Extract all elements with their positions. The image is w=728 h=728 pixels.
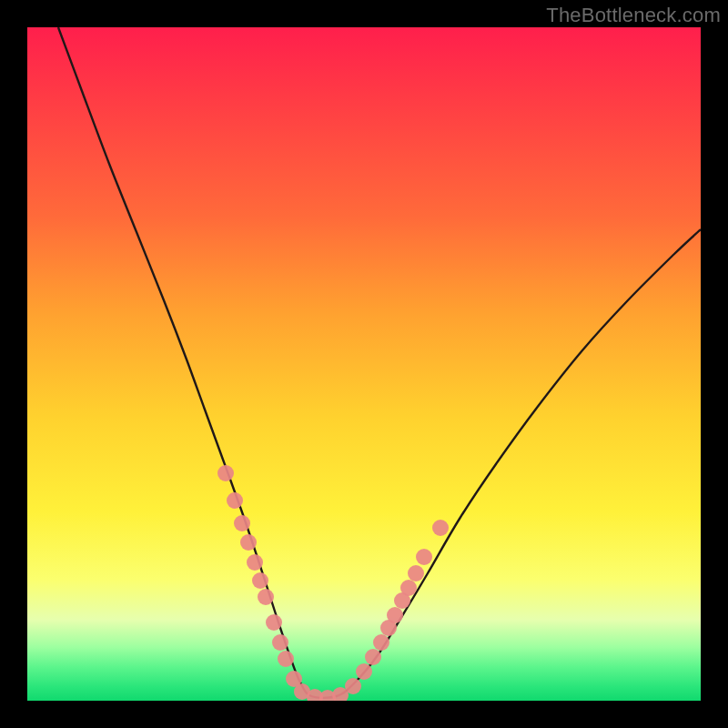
curve-marker [266,614,282,631]
curve-marker [356,663,372,680]
curve-marker [365,649,381,665]
curve-marker [234,515,250,531]
curve-marker [252,572,268,589]
curve-marker [416,549,432,565]
curve-marker [227,492,243,509]
curve-marker [278,651,294,667]
curve-marker [258,589,274,605]
curve-layer [27,27,701,701]
plot-area [27,27,701,701]
watermark-text: TheBottleneck.com [546,4,721,27]
curve-marker [373,634,389,651]
curve-marker [345,678,361,694]
curve-marker [272,634,288,651]
curve-marker [240,534,257,551]
bottleneck-curve [58,27,701,698]
curve-marker [247,554,263,571]
highlight-dots [217,465,449,701]
curve-marker [432,520,449,536]
curve-marker [217,465,234,481]
curve-marker [408,565,424,581]
curve-marker [387,607,403,623]
curve-marker [400,580,417,596]
